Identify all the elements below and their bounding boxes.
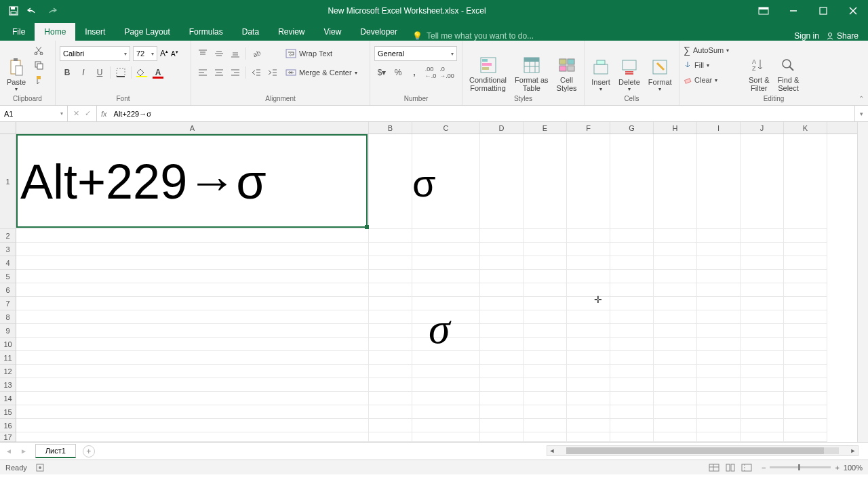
formula-input[interactable]: Alt+229→σ [111, 106, 854, 121]
fill-button[interactable]: Fill▾ [684, 58, 743, 72]
name-box[interactable]: A1▾ [0, 106, 68, 121]
paste-button[interactable]: Paste▾ [4, 43, 28, 94]
cell-grid[interactable]: Alt+229→σ σ σ ✛ [16, 134, 857, 442]
align-bottom-button[interactable] [228, 46, 243, 61]
tab-file[interactable]: File [3, 23, 35, 41]
copy-button[interactable] [31, 58, 46, 72]
row-header-13[interactable]: 13 [0, 378, 16, 392]
align-top-button[interactable] [195, 46, 210, 61]
row-header-9[interactable]: 9 [0, 324, 16, 338]
bold-button[interactable]: B [60, 65, 75, 80]
column-header-D[interactable]: D [480, 122, 524, 134]
comma-button[interactable]: , [407, 65, 422, 80]
column-header-A[interactable]: A [16, 122, 369, 134]
font-color-button[interactable]: A [151, 65, 165, 80]
delete-cells-button[interactable]: Delete▾ [616, 43, 643, 94]
column-header-G[interactable]: G [610, 122, 654, 134]
collapse-ribbon-icon[interactable]: ⌃ [859, 95, 864, 102]
save-icon[interactable] [5, 3, 22, 18]
column-header-F[interactable]: F [567, 122, 610, 134]
signin-link[interactable]: Sign in [794, 31, 819, 41]
column-header-E[interactable]: E [524, 122, 567, 134]
row-header-4[interactable]: 4 [0, 256, 16, 270]
italic-button[interactable]: I [76, 65, 91, 80]
row-header-6[interactable]: 6 [0, 283, 16, 297]
clear-button[interactable]: Clear▾ [684, 73, 743, 87]
redo-icon[interactable] [43, 3, 60, 18]
cell-C8[interactable]: σ [429, 304, 450, 354]
page-break-view-icon[interactable] [741, 464, 752, 472]
font-size-combo[interactable]: 72▾ [133, 46, 157, 61]
cell-C1[interactable]: σ [412, 161, 436, 205]
tab-page-layout[interactable]: Page Layout [115, 23, 179, 41]
zoom-in-button[interactable]: + [835, 464, 839, 472]
tab-developer[interactable]: Developer [351, 23, 407, 41]
row-header-17[interactable]: 17 [0, 432, 16, 442]
fx-icon[interactable]: fx [97, 106, 111, 121]
row-header-14[interactable]: 14 [0, 392, 16, 405]
worksheet[interactable]: ABCDEFGHIJK 1234567891011121314151617 Al… [0, 122, 868, 442]
maximize-button[interactable] [808, 0, 838, 22]
row-header-12[interactable]: 12 [0, 365, 16, 378]
zoom-level[interactable]: 100% [844, 464, 863, 472]
column-header-C[interactable]: C [412, 122, 480, 134]
column-header-K[interactable]: K [784, 122, 827, 134]
row-header-11[interactable]: 11 [0, 351, 16, 365]
normal-view-icon[interactable] [709, 464, 719, 472]
tab-nav[interactable]: ◄► [5, 447, 27, 455]
row-header-1[interactable]: 1 [0, 134, 16, 229]
align-middle-button[interactable] [212, 46, 226, 61]
conditional-formatting-button[interactable]: Conditional Formatting [467, 43, 509, 94]
column-header-J[interactable]: J [741, 122, 784, 134]
enter-icon[interactable]: ✓ [85, 109, 91, 118]
increase-indent-button[interactable] [265, 65, 280, 80]
decrease-indent-button[interactable] [249, 65, 264, 80]
align-center-button[interactable] [212, 65, 226, 80]
currency-button[interactable]: $▾ [374, 65, 389, 80]
vertical-scrollbar[interactable] [857, 122, 868, 442]
column-header-H[interactable]: H [654, 122, 697, 134]
select-all-corner[interactable] [0, 122, 16, 134]
merge-center-button[interactable]: Merge & Center▾ [285, 65, 357, 80]
column-headers[interactable]: ABCDEFGHIJK [16, 122, 857, 134]
row-header-7[interactable]: 7 [0, 297, 16, 310]
cell-styles-button[interactable]: Cell Styles [554, 43, 580, 94]
row-header-2[interactable]: 2 [0, 229, 16, 243]
decrease-font-button[interactable]: A▾ [171, 49, 178, 58]
undo-icon[interactable] [24, 3, 41, 18]
border-button[interactable] [113, 65, 128, 80]
align-left-button[interactable] [195, 65, 210, 80]
tab-formulas[interactable]: Formulas [180, 23, 233, 41]
tab-insert[interactable]: Insert [75, 23, 115, 41]
expand-formula-bar-icon[interactable]: ▾ [854, 106, 868, 121]
row-header-15[interactable]: 15 [0, 405, 16, 419]
cancel-icon[interactable]: ✕ [73, 109, 79, 118]
increase-font-button[interactable]: A▴ [160, 49, 168, 58]
row-header-16[interactable]: 16 [0, 419, 16, 432]
share-button[interactable]: Share [826, 31, 859, 41]
tell-me[interactable]: 💡 Tell me what you want to do... [407, 31, 785, 41]
increase-decimal-button[interactable]: .00←.0 [423, 65, 438, 80]
tab-review[interactable]: Review [269, 23, 314, 41]
zoom-slider[interactable] [770, 466, 831, 468]
insert-cells-button[interactable]: Insert▾ [589, 43, 613, 94]
column-header-I[interactable]: I [697, 122, 741, 134]
column-header-B[interactable]: B [369, 122, 412, 134]
row-header-8[interactable]: 8 [0, 310, 16, 324]
fill-color-button[interactable] [134, 65, 149, 80]
ribbon-options-icon[interactable] [749, 0, 778, 22]
zoom-out-button[interactable]: − [762, 464, 766, 472]
horizontal-scrollbar[interactable]: ◄► [547, 445, 859, 456]
row-headers[interactable]: 1234567891011121314151617 [0, 134, 16, 442]
tab-view[interactable]: View [315, 23, 351, 41]
underline-button[interactable]: U [92, 65, 107, 80]
row-header-3[interactable]: 3 [0, 243, 16, 256]
macro-record-icon[interactable] [35, 463, 45, 472]
fill-handle[interactable] [365, 225, 369, 229]
tab-data[interactable]: Data [233, 23, 269, 41]
page-layout-view-icon[interactable] [725, 464, 736, 472]
format-painter-button[interactable] [31, 73, 46, 87]
sort-filter-button[interactable]: AZSort & Filter [746, 43, 772, 94]
cut-button[interactable] [31, 43, 46, 57]
decrease-decimal-button[interactable]: .0→.00 [439, 65, 454, 80]
